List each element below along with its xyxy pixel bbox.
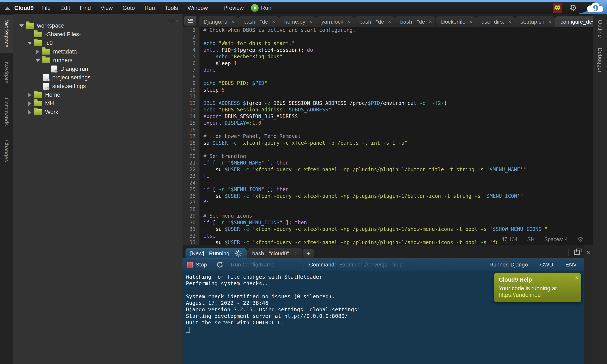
stop-icon[interactable] bbox=[187, 262, 193, 268]
console-tab-bar: [New] - Running bash - "cloud9"×+ bbox=[183, 245, 593, 259]
line-number: 11 bbox=[183, 93, 199, 100]
new-console-tab-button[interactable]: + bbox=[303, 249, 314, 258]
restore-panel-icon[interactable] bbox=[574, 250, 580, 255]
settings-gear-icon[interactable]: ⚙ bbox=[569, 3, 577, 13]
editor-gutter: 1234567891011121314151617181920212223242… bbox=[183, 27, 199, 245]
menu-bar: Cloud9 FileEditFindViewGotoRunToolsWindo… bbox=[0, 2, 595, 14]
editor-tab-label: bash - "de bbox=[359, 19, 384, 25]
tree-settings-gear-icon[interactable]: ⚙▾ bbox=[168, 16, 178, 26]
tree-item--shared-files-[interactable]: -Shared Files- bbox=[13, 30, 183, 39]
indent-setting[interactable]: Spaces: 4 bbox=[544, 236, 567, 242]
close-tab-icon[interactable]: × bbox=[347, 19, 350, 25]
runner-selector[interactable]: Runner: Django bbox=[489, 261, 528, 268]
notification-link[interactable]: https://undefined bbox=[499, 292, 541, 298]
menu-item-view[interactable]: View bbox=[96, 5, 118, 11]
tree-expand-arrow[interactable] bbox=[26, 101, 34, 106]
restart-icon[interactable] bbox=[216, 261, 224, 268]
menu-item-file[interactable]: File bbox=[37, 5, 56, 11]
tree-collapse-arrow[interactable] bbox=[26, 42, 34, 45]
menu-item-window[interactable]: Window bbox=[183, 5, 213, 11]
tree-expand-arrow[interactable] bbox=[26, 110, 34, 115]
notification-close-icon[interactable]: × bbox=[575, 274, 578, 281]
editor-tab-bash-de[interactable]: bash - "de× bbox=[238, 16, 279, 27]
close-tab-icon[interactable]: × bbox=[231, 19, 234, 25]
sidebar-tab-commands[interactable]: Commands bbox=[0, 92, 13, 131]
cursor-position[interactable]: 47:104 bbox=[501, 236, 517, 242]
close-tab-icon[interactable]: × bbox=[294, 250, 298, 257]
stop-button[interactable]: Stop bbox=[196, 261, 207, 268]
tree-item-home[interactable]: Home bbox=[13, 91, 183, 99]
sidebar-tab-outline[interactable]: Outline bbox=[593, 18, 607, 40]
code-line: # Hide Lower Panel, Temp Removal bbox=[203, 133, 593, 140]
app-brand[interactable]: Cloud9 bbox=[14, 5, 34, 11]
env-button[interactable]: ENV bbox=[566, 261, 577, 268]
editor-settings-gear-icon[interactable]: ⚙ bbox=[577, 235, 583, 243]
tree-item-state-settings[interactable]: state.settings bbox=[13, 82, 183, 91]
command-input[interactable] bbox=[339, 261, 490, 268]
sidebar-tab-workspace[interactable]: Workspace bbox=[0, 15, 13, 53]
menu-item-find[interactable]: Find bbox=[75, 5, 96, 11]
menu-item-edit[interactable]: Edit bbox=[55, 5, 75, 11]
run-button[interactable]: Run bbox=[251, 4, 271, 12]
sidebar-tab-changes[interactable]: Changes bbox=[0, 135, 13, 168]
line-number: 27 bbox=[183, 199, 199, 206]
tree-item-metadata[interactable]: metadata bbox=[13, 47, 183, 56]
editor-tab-yarn-lock[interactable]: yarn.lock× bbox=[316, 16, 354, 27]
editor-tab-startup-sh[interactable]: startup.sh× bbox=[515, 16, 555, 27]
tree-item-django-run[interactable]: Django.run bbox=[13, 65, 183, 73]
file-tree-panel: ⚙▾ workspace-Shared Files-.c9metadatarun… bbox=[13, 14, 183, 364]
line-number: 7 bbox=[183, 67, 199, 74]
tree-expand-arrow[interactable] bbox=[34, 50, 41, 54]
cloud9-ide: Cloud9 FileEditFindViewGotoRunToolsWindo… bbox=[0, 0, 607, 364]
debug-bug-icon[interactable] bbox=[553, 3, 562, 13]
close-tab-icon[interactable]: × bbox=[309, 19, 312, 25]
code-line: export DBUS_SESSION_BUS_ADDRESS bbox=[203, 113, 593, 120]
menu-item-tools[interactable]: Tools bbox=[160, 5, 183, 11]
editor-tab-dockerfile[interactable]: Dockerfile× bbox=[436, 16, 476, 27]
editor-tab-user-dirs-[interactable]: user-dirs.× bbox=[476, 16, 515, 27]
code-line: su $USER -c "xfconf-query -c xfce4-panel… bbox=[203, 140, 593, 147]
sidebar-tab-debugger[interactable]: Debugger bbox=[593, 46, 607, 75]
line-number: 31 bbox=[183, 226, 199, 233]
close-panel-icon[interactable]: × bbox=[586, 249, 590, 256]
tab-list-button[interactable] bbox=[184, 16, 197, 26]
tree-item-label: metadata bbox=[53, 49, 77, 55]
code-line: su $USER -c "xfconf-query -c xfce4-panel… bbox=[203, 226, 593, 233]
close-tab-icon[interactable]: × bbox=[508, 19, 511, 25]
tree-collapse-arrow[interactable] bbox=[18, 25, 26, 27]
close-tab-icon[interactable]: × bbox=[388, 19, 391, 25]
editor-tab-django-ru[interactable]: Django.ru× bbox=[198, 16, 238, 27]
tree-item-runners[interactable]: runners bbox=[13, 56, 183, 65]
syntax-mode[interactable]: SH bbox=[527, 236, 534, 242]
editor-tab-label: bash - "de bbox=[400, 19, 425, 25]
run-toolbar: Stop Command: Runner: Django CWD ENV bbox=[183, 259, 584, 271]
code-editor[interactable]: 1234567891011121314151617181920212223242… bbox=[183, 27, 593, 245]
console-tab--new-running[interactable]: [New] - Running bbox=[185, 248, 247, 259]
cwd-button[interactable]: CWD bbox=[540, 261, 553, 268]
close-tab-icon[interactable]: × bbox=[429, 19, 432, 25]
close-tab-icon[interactable]: × bbox=[548, 19, 551, 25]
code-line: echo "DBUS PID: $PID" bbox=[203, 80, 593, 87]
editor-tab-bash-de[interactable]: bash - "de× bbox=[354, 16, 395, 27]
preview-button[interactable]: Preview bbox=[218, 5, 251, 11]
tree-item-project-settings[interactable]: project.settings bbox=[13, 73, 183, 82]
tree-item-work[interactable]: Work bbox=[13, 108, 183, 117]
menu-item-goto[interactable]: Goto bbox=[118, 5, 140, 11]
close-tab-icon[interactable]: × bbox=[272, 19, 275, 25]
tree-expand-arrow[interactable] bbox=[26, 93, 34, 97]
tree-item-mh[interactable]: MH bbox=[13, 99, 183, 108]
code-line bbox=[203, 206, 593, 213]
close-tab-icon[interactable]: × bbox=[469, 19, 472, 25]
tree-collapse-arrow[interactable] bbox=[34, 59, 41, 62]
tree-item--c9[interactable]: .c9 bbox=[13, 39, 183, 47]
run-config-name-input[interactable] bbox=[231, 261, 295, 268]
editor-tab-home-py[interactable]: home.py× bbox=[279, 16, 316, 27]
menu-item-run[interactable]: Run bbox=[140, 5, 160, 11]
tree-item-workspace[interactable]: workspace bbox=[13, 22, 183, 30]
cloud9-logo[interactable]: 9 bbox=[584, 2, 607, 13]
sidebar-tab-navigate[interactable]: Navigate bbox=[0, 56, 13, 89]
code-line bbox=[203, 180, 593, 186]
console-tab-bash-cloud9-[interactable]: bash - "cloud9"× bbox=[247, 248, 302, 259]
editor-tab-bash-de[interactable]: bash - "de× bbox=[395, 16, 435, 27]
collapse-menubar-icon[interactable] bbox=[5, 7, 10, 10]
